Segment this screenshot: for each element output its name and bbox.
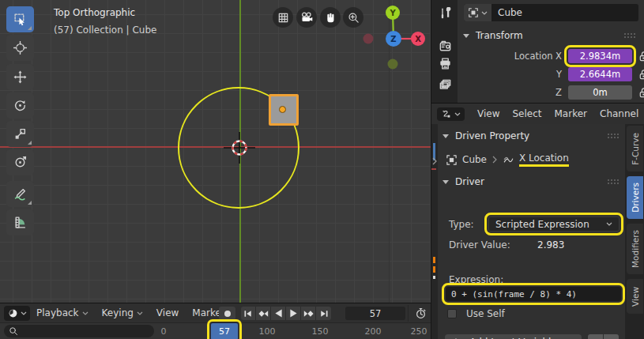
- location-y-value[interactable]: 2.6644m: [568, 67, 632, 81]
- jump-to-start-button[interactable]: [241, 307, 256, 320]
- lock-open-icon[interactable]: [638, 69, 644, 81]
- paste-driver-variables-button[interactable]: [604, 334, 619, 339]
- chevron-right-icon: [491, 156, 498, 164]
- ruler-tick: 200: [365, 326, 382, 337]
- panel-disclosure-triangle: [463, 34, 469, 38]
- previous-keyframe-button[interactable]: [256, 307, 271, 320]
- tab-f-curve[interactable]: F-Curve: [627, 126, 643, 171]
- gizmo-neg-x-ball: [363, 34, 374, 44]
- tool-transform[interactable]: [6, 149, 34, 175]
- drivers-header: View Select Marker Channel Key: [431, 104, 644, 124]
- object-type-dropdown[interactable]: [464, 4, 491, 21]
- playback-controls: [241, 307, 331, 320]
- tab-view[interactable]: View: [627, 279, 643, 314]
- tool-select-box[interactable]: [6, 6, 34, 32]
- grid-toggle-button[interactable]: [273, 7, 293, 28]
- viewport-breadcrumb: (57) Collection | Cube: [54, 24, 156, 36]
- object-name-field[interactable]: Cube: [464, 4, 638, 21]
- driver-title: Driver: [455, 176, 484, 187]
- search-filter-field[interactable]: [4, 325, 154, 337]
- location-y-label: Y: [458, 69, 562, 80]
- tab-output[interactable]: [436, 55, 454, 72]
- pan-view-button[interactable]: [320, 7, 341, 28]
- current-frame-indicator[interactable]: 57: [211, 323, 238, 339]
- camera-view-button[interactable]: [296, 7, 317, 28]
- jump-to-end-button[interactable]: [316, 307, 331, 320]
- ruler-tick: 100: [259, 326, 276, 337]
- menu-view[interactable]: View: [156, 307, 179, 318]
- tab-modifiers[interactable]: Modifiers: [627, 224, 643, 274]
- tab-render[interactable]: [436, 37, 454, 55]
- transform-panel-header[interactable]: Transform: [463, 30, 523, 41]
- tool-rotate[interactable]: [6, 92, 34, 119]
- driven-channel-name[interactable]: X Location: [519, 153, 569, 167]
- tab-tool[interactable]: [436, 5, 454, 22]
- ruler-tick: 250: [411, 326, 427, 337]
- ruler-tick: 150: [312, 326, 329, 337]
- tool-icon: [439, 7, 452, 21]
- curve-region-sliver[interactable]: 0: [431, 124, 438, 339]
- add-input-variable-button[interactable]: Add Input Variable: [445, 334, 582, 339]
- lock-open-icon[interactable]: [638, 51, 644, 62]
- timeline-editor-type-dropdown[interactable]: [4, 306, 30, 321]
- tool-move[interactable]: [6, 64, 34, 90]
- driven-object-name[interactable]: Cube: [462, 154, 487, 165]
- location-x-row: Location X 2.9834m: [458, 49, 644, 65]
- expression-field[interactable]: 0 + (sin(frame / 8) * 4): [446, 287, 621, 301]
- timeline-menus: Playback Keying View Marker: [36, 307, 225, 318]
- object-origin-dot: [279, 106, 286, 113]
- location-x-value[interactable]: 2.9834m: [568, 49, 632, 63]
- tool-annotate[interactable]: [6, 181, 34, 207]
- type-label: Type:: [449, 219, 474, 230]
- curve-mark: [433, 257, 435, 263]
- axis-gizmo[interactable]: Y Z X: [356, 2, 428, 74]
- driver-type-dropdown[interactable]: Scripted Expression: [488, 217, 620, 232]
- camera-icon: [300, 11, 313, 24]
- location-y-row: Y 2.6644m: [458, 67, 644, 83]
- panel-disclosure-triangle: [443, 134, 449, 138]
- location-x-label: Location X: [458, 51, 562, 62]
- menu-keying[interactable]: Keying: [102, 307, 143, 318]
- chevron-down-icon: [481, 11, 488, 15]
- driver-panel-header[interactable]: Driver: [443, 176, 484, 187]
- object-name[interactable]: Cube: [491, 7, 522, 18]
- drivers-panels: Driven Property Cube X Location Driver T…: [438, 124, 625, 339]
- menu-view[interactable]: View: [477, 108, 499, 119]
- play-reverse-button[interactable]: [271, 307, 286, 320]
- editor-type-dropdown[interactable]: [437, 107, 465, 121]
- viewport-3d[interactable]: Top Orthographic (57) Collection | Cube: [0, 0, 431, 303]
- current-frame-field[interactable]: 57: [345, 307, 405, 320]
- tool-measure[interactable]: [6, 209, 34, 235]
- location-z-label: Z: [458, 87, 562, 98]
- header-divider: [408, 305, 409, 322]
- use-self-label: Use Self: [466, 308, 505, 319]
- tool-scale[interactable]: [6, 121, 34, 147]
- gizmo-neg-y-ball: [388, 59, 398, 70]
- lock-open-icon[interactable]: [638, 87, 644, 99]
- copy-driver-variables-button[interactable]: [588, 334, 603, 339]
- play-button[interactable]: [286, 307, 301, 320]
- next-keyframe-button[interactable]: [301, 307, 316, 320]
- location-z-value[interactable]: 0m: [568, 85, 632, 100]
- use-preview-range-button[interactable]: [411, 306, 430, 321]
- panel-grip[interactable]: [607, 179, 620, 185]
- gizmo-z-label: Z: [390, 35, 396, 43]
- axis-tick: [431, 168, 436, 170]
- panel-grip[interactable]: [607, 133, 620, 139]
- menu-channel[interactable]: Channel: [600, 108, 638, 119]
- menu-playback[interactable]: Playback: [36, 307, 89, 318]
- expand-region-arrow[interactable]: [431, 157, 438, 165]
- driven-property-header[interactable]: Driven Property: [443, 130, 529, 141]
- tab-drivers[interactable]: Drivers: [627, 176, 643, 219]
- tab-view-layer[interactable]: [436, 76, 454, 93]
- ruler-tick: 0: [161, 326, 167, 337]
- use-self-checkbox[interactable]: [447, 309, 457, 318]
- menu-marker[interactable]: Marker: [555, 108, 587, 119]
- panel-grip[interactable]: [623, 32, 636, 39]
- timeline-ruler[interactable]: 0 100 150 200 250 57: [0, 322, 431, 339]
- menu-select[interactable]: Select: [512, 108, 541, 119]
- tool-cursor[interactable]: [6, 35, 34, 61]
- auto-keying-record-button[interactable]: [219, 307, 235, 320]
- chevron-down-icon: [21, 311, 27, 315]
- gizmo-y-label: Y: [389, 9, 396, 17]
